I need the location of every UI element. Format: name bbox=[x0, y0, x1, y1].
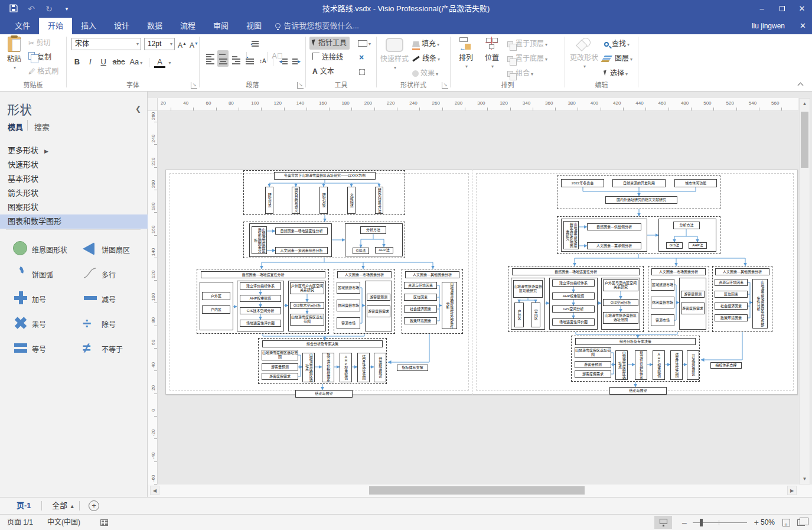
diagram-node[interactable]: 山地滑雪旅游度假区选址外部条件分析 bbox=[752, 279, 768, 329]
diagram-node[interactable]: 分析方法 bbox=[360, 226, 386, 234]
quick-styles-button[interactable]: 快速样式▾ bbox=[379, 38, 410, 71]
diagram-node[interactable]: 冬奥背景下山地滑雪度假区选址研究——以XXX为例 bbox=[274, 172, 376, 180]
stencil-shape-nequal[interactable]: ≠不等于 bbox=[78, 336, 148, 361]
change-case-button[interactable]: Aa▾ bbox=[128, 56, 144, 68]
diagram-node[interactable]: 社会经济因素 bbox=[715, 303, 748, 310]
fill-button[interactable]: 填充▾ bbox=[412, 37, 439, 50]
decrease-indent-button[interactable]: ◂ bbox=[278, 55, 289, 67]
line-button[interactable]: 线条▾ bbox=[412, 52, 440, 65]
horizontal-scrollbar[interactable]: ◀ ▶ bbox=[148, 485, 812, 497]
diagram-node[interactable]: 研究对象 bbox=[319, 187, 328, 214]
format-painter-button[interactable]: 🖉 格式刷 bbox=[28, 65, 58, 78]
align-button[interactable]: ← 排列▾ bbox=[453, 37, 479, 70]
stencil-shape-plus[interactable]: 加号 bbox=[8, 287, 78, 311]
stencil-shape-venn[interactable]: 维恩图形状 bbox=[8, 237, 78, 262]
diagram-node[interactable]: 山地滑雪度假区选址影响因素分析 bbox=[252, 226, 267, 254]
scroll-right-icon[interactable]: ▶ bbox=[787, 486, 797, 495]
diagram-node[interactable]: 室内区 bbox=[531, 303, 540, 327]
diagram-node[interactable]: 山地滑雪度假区选址点 bbox=[302, 353, 315, 382]
tab-视图[interactable]: 视图 bbox=[237, 18, 270, 34]
align-center-button[interactable] bbox=[217, 55, 229, 67]
diagram-node[interactable]: 人文因素—市场因素分析 bbox=[337, 271, 392, 278]
stencil-shape-divide[interactable]: ÷除号 bbox=[78, 311, 148, 336]
diagram-node[interactable]: AHP法 bbox=[375, 247, 393, 253]
horizontal-scroll-thumb[interactable] bbox=[369, 486, 585, 495]
bold-button[interactable]: B bbox=[71, 56, 83, 68]
diagram-node[interactable]: 综合分析及专家决策 bbox=[262, 340, 383, 347]
font-color-dropdown[interactable]: ▾ bbox=[168, 60, 171, 66]
layers-button[interactable]: 图层▾ bbox=[604, 52, 632, 65]
zoom-slider-thumb[interactable] bbox=[700, 519, 703, 526]
diagram-node[interactable]: AHP法 bbox=[689, 242, 707, 249]
tab-设计[interactable]: 设计 bbox=[105, 18, 138, 34]
diagram-node[interactable]: 结论与展望 bbox=[295, 390, 353, 398]
scroll-down-icon[interactable]: ▼ bbox=[800, 474, 810, 484]
diagram-node[interactable]: 山地滑雪旅游度假区选址范围 bbox=[603, 312, 638, 324]
group-button[interactable]: 组合▾ bbox=[507, 67, 533, 80]
font-size-combo[interactable]: 12pt▾ bbox=[144, 38, 175, 50]
tab-数据[interactable]: 数据 bbox=[138, 18, 171, 34]
text-direction-button[interactable]: ↕A bbox=[257, 55, 268, 67]
close-button[interactable]: ✕ bbox=[792, 0, 812, 18]
panel-collapse-icon[interactable]: ❮ bbox=[135, 105, 141, 113]
zoom-slider[interactable]: – + bbox=[682, 515, 759, 530]
tab-search[interactable]: 搜索 bbox=[34, 121, 50, 132]
diagram-node[interactable]: 建立评价指标体系 bbox=[635, 350, 647, 380]
diagram-node[interactable]: 人文因素—多因素综合分析 bbox=[275, 247, 328, 254]
diagram-node[interactable]: 建立评价指标体系 bbox=[322, 353, 334, 382]
tab-插入[interactable]: 插入 bbox=[72, 18, 105, 34]
stencil-shape-equal[interactable]: 等号 bbox=[8, 336, 78, 361]
diagram-node[interactable]: GIS空间分析 bbox=[603, 299, 638, 306]
strikethrough-button[interactable]: abc bbox=[111, 56, 126, 68]
diagram-node[interactable]: 区域旅游市场 bbox=[337, 282, 360, 294]
diagram-node[interactable]: 指标体系支撑 bbox=[710, 362, 742, 369]
document-close-icon[interactable]: ✕ bbox=[800, 18, 806, 34]
cut-button[interactable]: ✂ 剪切 bbox=[28, 37, 50, 50]
diagram-node[interactable]: 游客度假需求 bbox=[681, 303, 705, 314]
align-left-button[interactable] bbox=[204, 55, 216, 67]
page-tab-1[interactable]: 页-1 bbox=[17, 498, 31, 514]
fit-page-icon[interactable] bbox=[782, 515, 790, 530]
diagram-node[interactable]: 文献综述 bbox=[347, 187, 356, 214]
diagram-node[interactable]: 游客量预测 bbox=[681, 291, 705, 298]
diagram-node[interactable]: 场地适宜性评价图 bbox=[552, 318, 595, 326]
diagram-node[interactable]: 山地滑雪旅游度假区功能研究 bbox=[513, 280, 543, 298]
diagram-node[interactable]: 客源市场 bbox=[651, 314, 674, 326]
stencil-category[interactable]: 更多形状▶ bbox=[0, 144, 148, 158]
diagram-node[interactable]: 自然因素—场地适宜性分析 bbox=[275, 227, 328, 235]
diagram-node[interactable]: 山地滑雪旅游度假区选址影响因素研究 bbox=[563, 221, 579, 249]
diagram-node[interactable]: 分析方法 bbox=[673, 222, 700, 229]
vertical-scroll-thumb[interactable] bbox=[801, 112, 808, 168]
diagram-node[interactable]: 山地滑雪度假区选址范围 bbox=[290, 314, 324, 326]
diagram-node[interactable]: 游客度假需求 bbox=[575, 370, 611, 378]
diagram-node[interactable]: 社会经济因素 bbox=[404, 305, 437, 313]
zoom-in-icon[interactable]: + bbox=[754, 515, 759, 530]
add-page-button[interactable]: + bbox=[89, 500, 99, 511]
diagram-node[interactable]: 政策环境因素 bbox=[715, 314, 748, 321]
stencil-category[interactable]: 图表和数学图形 bbox=[0, 214, 148, 229]
diagram-node[interactable]: 人文因素—需求侧分析 bbox=[587, 242, 641, 249]
diagram-node[interactable]: 研究内容与方法 bbox=[375, 187, 383, 214]
diagram-node[interactable]: 游客度假需求 bbox=[262, 373, 298, 380]
diagram-node[interactable]: GIS技术空间分析 bbox=[240, 307, 281, 314]
text-tool-button[interactable]: A文本 bbox=[309, 65, 337, 78]
diagram-node[interactable]: 结论与展望 bbox=[609, 387, 667, 395]
change-shape-button[interactable]: 更改形状▾ bbox=[568, 38, 601, 70]
collapse-ribbon-icon[interactable] bbox=[798, 82, 804, 87]
copy-button[interactable]: 复制 bbox=[28, 51, 51, 64]
tab-文件[interactable]: 文件 bbox=[6, 18, 39, 34]
diagram-node[interactable]: 自然因素—供给侧分析 bbox=[587, 223, 641, 230]
effects-button[interactable]: 效果▾ bbox=[412, 67, 438, 80]
presentation-mode-icon[interactable] bbox=[654, 516, 672, 529]
increase-indent-button[interactable]: ▸ bbox=[291, 55, 302, 67]
diagram-node[interactable]: 游客度假需求 bbox=[367, 305, 390, 317]
diagram-node[interactable]: 山地滑雪度假区选址范围 bbox=[575, 347, 611, 358]
diagram-node[interactable]: 户内区 bbox=[202, 305, 230, 314]
delete-tool-button[interactable]: × bbox=[359, 51, 364, 64]
diagram-node[interactable]: 场地适宜性评价图 bbox=[240, 320, 281, 327]
diagram-node[interactable]: 指标体系支撑 bbox=[397, 365, 428, 371]
user-name[interactable]: liu jingwen bbox=[752, 18, 785, 34]
diagram-node[interactable]: 人文因素—市场因素分析 bbox=[651, 268, 706, 275]
diagram-node[interactable]: 游客量预测 bbox=[367, 294, 390, 301]
diagram-node[interactable]: 自然因素—场地适宜性分析 bbox=[201, 271, 325, 278]
